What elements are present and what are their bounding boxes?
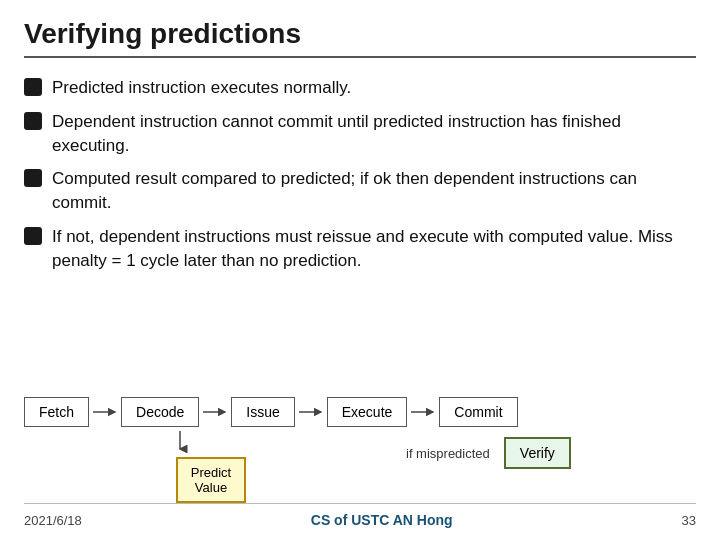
bullet-icon-2 xyxy=(24,112,42,130)
bullet-item-2: Dependent instruction cannot commit unti… xyxy=(24,110,696,158)
stage-issue: Issue xyxy=(231,397,294,427)
footer-center: CS of USTC AN Hong xyxy=(311,512,453,528)
pipeline-diagram: Fetch Decode Issue Execute Commit xyxy=(24,397,696,503)
bullet-item-4: If not, dependent instructions must reis… xyxy=(24,225,696,273)
arrow-1 xyxy=(91,403,119,421)
bullet-icon-3 xyxy=(24,169,42,187)
bullet-text-3: Computed result compared to predicted; i… xyxy=(52,167,696,215)
footer-page: 33 xyxy=(682,513,696,528)
bullet-icon-4 xyxy=(24,227,42,245)
stage-commit: Commit xyxy=(439,397,517,427)
footer-date: 2021/6/18 xyxy=(24,513,82,528)
bullet-text-1: Predicted instruction executes normally. xyxy=(52,76,696,100)
slide-footer: 2021/6/18 CS of USTC AN Hong 33 xyxy=(24,503,696,528)
stage-fetch: Fetch xyxy=(24,397,89,427)
pipeline-main-row: Fetch Decode Issue Execute Commit xyxy=(24,397,518,427)
stage-decode: Decode xyxy=(121,397,199,427)
bullet-item-1: Predicted instruction executes normally. xyxy=(24,76,696,100)
bullet-icon-1 xyxy=(24,78,42,96)
predict-value-label: PredictValue xyxy=(191,465,231,495)
predict-value-box: PredictValue xyxy=(176,457,246,503)
verify-box: Verify xyxy=(504,437,571,469)
slide-title: Verifying predictions xyxy=(24,18,696,58)
if-mispredicted-label: if mispredicted xyxy=(406,446,490,461)
stage-execute: Execute xyxy=(327,397,408,427)
bullet-list: Predicted instruction executes normally.… xyxy=(24,76,696,383)
bullet-text-2: Dependent instruction cannot commit unti… xyxy=(52,110,696,158)
verify-label: Verify xyxy=(520,445,555,461)
bullet-text-4: If not, dependent instructions must reis… xyxy=(52,225,696,273)
arrow-3 xyxy=(297,403,325,421)
arrow-4 xyxy=(409,403,437,421)
slide: Verifying predictions Predicted instruct… xyxy=(0,0,720,540)
bullet-item-3: Computed result compared to predicted; i… xyxy=(24,167,696,215)
arrow-2 xyxy=(201,403,229,421)
